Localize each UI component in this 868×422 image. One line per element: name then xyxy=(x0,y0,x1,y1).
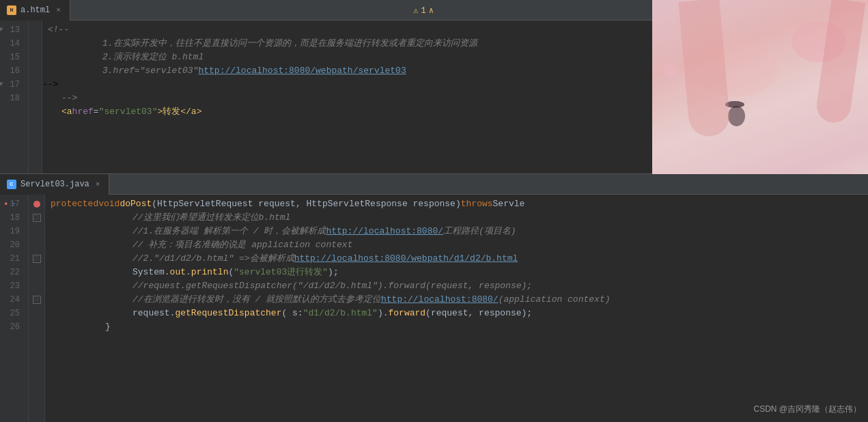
request-obj: request. xyxy=(132,307,175,320)
csdn-watermark: CSDN @吉冈秀隆（赵志伟） xyxy=(753,404,861,415)
exception-name: Servle xyxy=(493,197,525,211)
keyword-void: void xyxy=(98,197,120,211)
code-line-b25: request. getRequestDispatcher ( s: "d1/d… xyxy=(45,307,868,320)
code-line-13: <!-- xyxy=(42,23,652,37)
line-num-b25: 25 xyxy=(3,307,23,320)
gutter-16 xyxy=(29,64,42,78)
bottom-editor-panel: C Servlet03.java × ● → 17 18 19 20 21 22 xyxy=(0,174,868,422)
top-line-numbers: ▼ 13 14 15 16 ▼ 17 18 xyxy=(0,20,29,173)
comment-close: --> xyxy=(61,92,77,105)
tab-servlet03-java[interactable]: C Servlet03.java × xyxy=(0,174,109,195)
code-line-b26: } xyxy=(45,320,868,334)
gutter-b17 xyxy=(29,197,44,211)
gutter-b26 xyxy=(29,320,44,334)
line-num-b17: ● → 17 xyxy=(3,197,23,211)
code-line-16: 3.href="servlet03" http://localhost:8080… xyxy=(42,64,652,78)
dot2: . xyxy=(186,266,191,279)
paren-dispatch2: ). xyxy=(378,307,389,320)
comment-b23: //request.getRequestDispatcher("/d1/d2/b… xyxy=(132,279,532,293)
gutter-b25 xyxy=(29,307,44,320)
bottom-gutter: □ □ □ xyxy=(29,195,45,422)
comment-b24-suffix: (application context) xyxy=(499,293,611,307)
comment-line14: 1.在实际开发中，往往不是直接访问一个资源的，而是在服务端进行转发或者重定向来访… xyxy=(102,37,477,51)
gutter-b22 xyxy=(29,266,44,279)
code-line-18: <a href = "servlet03" >转发</a> xyxy=(42,105,652,119)
comment-b24-prefix: //在浏览器进行转发时，没有 / 就按照默认的方式去参考定位 xyxy=(132,293,381,307)
gutter-b21: □ xyxy=(29,252,44,266)
comment-b19-url: http://localhost:8080/ xyxy=(326,225,443,238)
gutter-b24: □ xyxy=(29,293,44,307)
code-line-b17: protected void doPost (HttpServletReques… xyxy=(45,197,868,211)
warning-icon: ⚠ xyxy=(413,5,418,16)
attr-equals: = xyxy=(94,105,99,119)
top-code-content[interactable]: <!-- 1.在实际开发中，往往不是直接访问一个资源的，而是在服务端进行转发或者… xyxy=(42,20,652,173)
gutter-14 xyxy=(29,37,42,51)
comment-b19-prefix: //1.在服务器端 解析第一个 / 时，会被解析成 xyxy=(132,225,326,238)
line-num-b22: 22 xyxy=(3,266,23,279)
code-line-b20: // 补充：项目名准确的说是 application context xyxy=(45,238,868,252)
line-num-15: 15 xyxy=(3,51,23,64)
top-editor-panel: H a.html × ⚠ 1 ∧ ▼ 13 14 xyxy=(0,0,652,174)
line-num-17: ▼ 17 xyxy=(3,78,23,92)
line-num-b26: 26 xyxy=(3,320,23,334)
comment-line15: 2.演示转发定位 b.html xyxy=(102,51,204,64)
warning-badge: ⚠ 1 ∧ xyxy=(413,5,434,16)
paren2: ( xyxy=(228,266,234,279)
comment-b19-suffix: 工程路径(项目名) xyxy=(443,225,516,238)
code-line-14: 1.在实际开发中，往往不是直接访问一个资源的，而是在服务端进行转发或者重定向来访… xyxy=(42,37,652,51)
line-num-b20: 20 xyxy=(3,238,23,252)
bottom-line-numbers: ● → 17 18 19 20 21 22 23 24 25 26 xyxy=(0,195,29,422)
breakpoint-17[interactable] xyxy=(33,201,40,208)
bottom-code-content[interactable]: protected void doPost (HttpServletReques… xyxy=(45,195,868,422)
tab-servlet03-label: Servlet03.java xyxy=(20,180,89,189)
gutter-b19 xyxy=(29,225,44,238)
forward-args: (request, response); xyxy=(425,307,532,320)
fold-18[interactable]: □ xyxy=(33,214,41,222)
line-num-b19: 19 xyxy=(3,225,23,238)
comment-b18: //这里我们希望通过转发来定位b.html xyxy=(132,211,290,225)
line-num-14: 14 xyxy=(3,37,23,51)
code-line-15: 2.演示转发定位 b.html xyxy=(42,51,652,64)
editor-container: H a.html × ⚠ 1 ∧ ▼ 13 14 xyxy=(0,0,868,422)
out-method: out xyxy=(170,266,186,279)
java-file-icon: C xyxy=(7,180,16,189)
tab-a-html-close[interactable]: × xyxy=(54,5,63,15)
code-line-b21: //2."/d1/d2/b.html" =>会被解析成 http://local… xyxy=(45,252,868,266)
code-line-b18: //这里我们希望通过转发来定位b.html xyxy=(45,211,868,225)
closing-brace: } xyxy=(105,320,111,334)
top-code-area: ▼ 13 14 15 16 ▼ 17 18 xyxy=(0,20,652,173)
comment-open: <!-- xyxy=(48,23,69,37)
system-class: System. xyxy=(132,266,170,279)
tag-a-content: >转发</a> xyxy=(157,105,201,119)
gutter-13 xyxy=(29,23,42,37)
gutter-b20 xyxy=(29,238,44,252)
code-line-17: --> xyxy=(42,92,652,105)
html-file-icon: H xyxy=(7,5,16,15)
code-line-b22: System. out . println ( "servlet03进行转发" … xyxy=(45,266,868,279)
comment-line16-prefix: 3.href="servlet03" xyxy=(102,64,198,78)
code-line-b19: //1.在服务器端 解析第一个 / 时，会被解析成 http://localho… xyxy=(45,225,868,238)
code-line-b23: //request.getRequestDispatcher("/d1/d2/b… xyxy=(45,279,868,293)
gutter-15 xyxy=(29,51,42,64)
keyword-throws: throws xyxy=(461,197,493,211)
warning-count: 1 xyxy=(421,6,426,16)
paren-dispatch: ( s: xyxy=(281,307,303,320)
bottom-tab-bar: C Servlet03.java × xyxy=(0,174,868,195)
paren3: ); xyxy=(328,266,339,279)
tab-servlet03-close[interactable]: × xyxy=(94,180,102,189)
fold-21[interactable]: □ xyxy=(33,255,41,263)
line-num-b23: 23 xyxy=(3,279,23,293)
top-gutter xyxy=(29,20,42,173)
comment-b21-prefix: //2."/d1/d2/b.html" =>会被解析成 xyxy=(132,252,294,266)
gutter-b23 xyxy=(29,279,44,293)
gutter-18 xyxy=(29,92,42,105)
attr-value-servlet03: "servlet03" xyxy=(99,105,158,119)
keyword-protected: protected xyxy=(51,197,98,211)
comment-b21-url: http://localhost:8080/webpath/d1/d2/b.ht… xyxy=(294,252,518,266)
string-servlet03: "servlet03进行转发" xyxy=(234,266,328,279)
fold-24[interactable]: □ xyxy=(33,296,41,304)
line-num-b18: 18 xyxy=(3,211,23,225)
line-num-13: ▼ 13 xyxy=(3,23,23,37)
gutter-b18: □ xyxy=(29,211,44,225)
tab-a-html[interactable]: H a.html × xyxy=(0,0,70,20)
